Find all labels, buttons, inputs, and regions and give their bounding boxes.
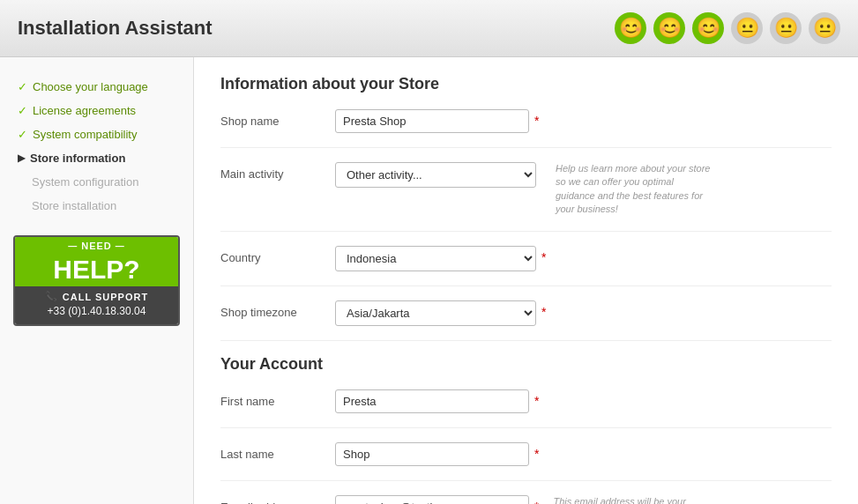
- shop-name-row: Shop name *: [220, 109, 832, 148]
- sidebar-item-store-information[interactable]: ▶ Store information: [0, 146, 193, 170]
- country-label: Country: [220, 246, 335, 264]
- smiley-1: 😊: [615, 12, 646, 44]
- smiley-2: 😊: [653, 12, 685, 44]
- first-name-field: *: [335, 389, 832, 413]
- store-section-title: Information about your Store: [220, 75, 832, 93]
- sidebar: ✓ Choose your language ✓ License agreeme…: [0, 57, 194, 504]
- account-section-title: Your Account: [220, 355, 832, 374]
- required-star: *: [534, 109, 539, 128]
- first-name-label: First name: [220, 389, 335, 408]
- required-star: *: [534, 442, 539, 461]
- email-label: E-mail address: [220, 495, 335, 504]
- page-title: Installation Assistant: [18, 17, 212, 40]
- sidebar-item-license-agreements[interactable]: ✓ License agreements: [0, 99, 193, 122]
- timezone-select[interactable]: Asia/Jakarta UTC America/New_York Europe…: [335, 300, 536, 326]
- content-area: Information about your Store Shop name *…: [194, 57, 858, 504]
- main-layout: ✓ Choose your language ✓ License agreeme…: [0, 57, 858, 504]
- sidebar-label-system-configuration: System configuration: [18, 175, 138, 189]
- last-name-input[interactable]: [335, 442, 529, 466]
- sidebar-item-system-configuration[interactable]: System configuration: [0, 170, 193, 194]
- email-field-container: * This email address will be your userna…: [335, 495, 832, 504]
- main-activity-field: Other activity... Fashion Technology Hom…: [335, 162, 832, 217]
- header: Installation Assistant 😊 😊 😊 😐 😐 😐: [0, 0, 858, 57]
- required-star: *: [534, 495, 539, 504]
- main-activity-label: Main activity: [220, 162, 335, 181]
- required-star: *: [541, 300, 546, 319]
- last-name-label: Last name: [220, 442, 335, 461]
- help-phone-number: +33 (0)1.40.18.30.04: [15, 305, 178, 324]
- arrow-icon: ▶: [18, 152, 25, 164]
- check-icon: ✓: [18, 128, 27, 141]
- smiley-6: 😐: [809, 12, 840, 44]
- check-icon: ✓: [18, 80, 27, 93]
- sidebar-label-store-installation: Store installation: [18, 199, 116, 212]
- last-name-row: Last name *: [220, 442, 832, 481]
- help-help-label: HELP?: [15, 253, 178, 286]
- required-star: *: [541, 246, 546, 264]
- timezone-field: Asia/Jakarta UTC America/New_York Europe…: [335, 300, 832, 326]
- email-hint: This email address will be your username…: [553, 495, 712, 504]
- smiley-5: 😐: [770, 12, 802, 44]
- progress-smileys: 😊 😊 😊 😐 😐 😐: [615, 12, 840, 44]
- email-input[interactable]: [335, 495, 529, 504]
- main-activity-row: Main activity Other activity... Fashion …: [220, 162, 832, 232]
- first-name-row: First name *: [220, 389, 832, 428]
- timezone-row: Shop timezone Asia/Jakarta UTC America/N…: [220, 300, 832, 341]
- sidebar-item-choose-language[interactable]: ✓ Choose your language: [0, 75, 193, 99]
- help-need-label: NEED: [15, 237, 178, 253]
- check-icon: ✓: [18, 104, 27, 117]
- country-select[interactable]: Indonesia United States France Germany: [335, 246, 536, 271]
- sidebar-label-choose-language: Choose your language: [33, 80, 148, 93]
- sidebar-label-store-information: Store information: [30, 152, 125, 165]
- required-star: *: [534, 389, 539, 408]
- smiley-4: 😐: [731, 12, 763, 44]
- help-call-label: 📞 CALL SUPPORT: [15, 286, 178, 305]
- sidebar-label-system-compatibility: System compatibility: [33, 128, 137, 141]
- email-row: E-mail address * This email address will…: [220, 495, 832, 504]
- shop-name-label: Shop name: [220, 109, 335, 128]
- last-name-field: *: [335, 442, 832, 466]
- sidebar-label-license-agreements: License agreements: [33, 104, 136, 117]
- main-activity-hint: Help us learn more about your store so w…: [556, 162, 714, 217]
- sidebar-item-system-compatibility[interactable]: ✓ System compatibility: [0, 122, 193, 146]
- smiley-3: 😊: [692, 12, 724, 44]
- first-name-input[interactable]: [335, 389, 529, 413]
- phone-icon: 📞: [45, 291, 58, 302]
- help-box: NEED HELP? 📞 CALL SUPPORT +33 (0)1.40.18…: [13, 235, 180, 326]
- shop-name-field: *: [335, 109, 832, 133]
- main-activity-select[interactable]: Other activity... Fashion Technology Hom…: [335, 162, 536, 188]
- sidebar-item-store-installation[interactable]: Store installation: [0, 194, 193, 218]
- country-row: Country Indonesia United States France G…: [220, 246, 832, 286]
- shop-name-input[interactable]: [335, 109, 529, 133]
- country-field: Indonesia United States France Germany *: [335, 246, 832, 271]
- timezone-label: Shop timezone: [220, 300, 335, 319]
